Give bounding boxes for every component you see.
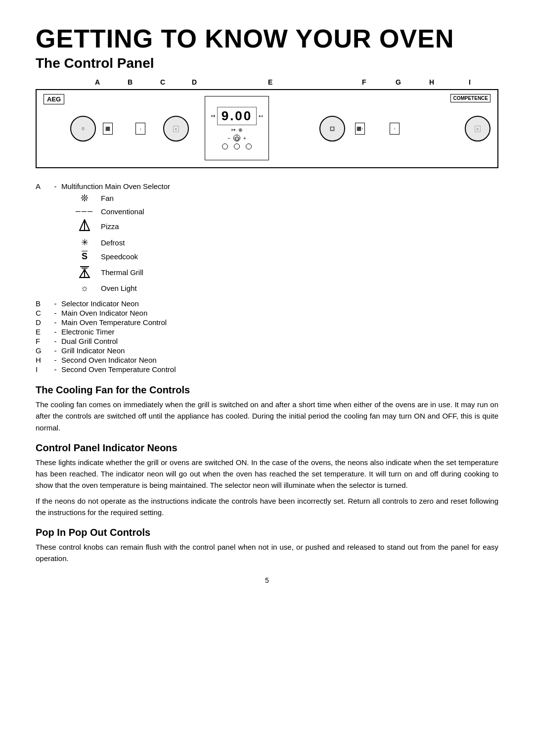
knob-F[interactable]: 🔲 bbox=[319, 116, 345, 142]
section-cooling-fan: The Cooling Fan for the Controls The coo… bbox=[36, 384, 498, 433]
knob-I[interactable]: c bbox=[465, 116, 490, 142]
panel-border: AEG COMPETENCE 0 ⬛ ↓ c ↦ 9.00 ↤ bbox=[36, 89, 498, 168]
label-H: H bbox=[429, 78, 434, 86]
conventional-icon: ——— bbox=[75, 209, 94, 214]
func-pizza: Pizza bbox=[75, 219, 498, 234]
page-number: 5 bbox=[36, 576, 498, 584]
cooling-fan-text: The cooling fan comes on immediately whe… bbox=[36, 399, 498, 433]
func-defrost: ✳ Defrost bbox=[75, 237, 498, 248]
timer-section: ↦ 9.00 ↤ ↦⊕ − ⏻ + bbox=[205, 96, 269, 160]
knob-A[interactable]: 0 bbox=[70, 116, 96, 142]
label-row-H: H - Second Oven Indicator Neon bbox=[36, 356, 498, 364]
section-subtitle: The Control Panel bbox=[36, 55, 498, 71]
section-pop-controls: Pop In Pop Out Controls These control kn… bbox=[36, 527, 498, 565]
defrost-icon: ✳ bbox=[75, 237, 94, 248]
selector-functions-list: ❊ Fan ——— Conventional Pizza ✳ Defrost S… bbox=[75, 192, 498, 293]
func-thermal-grill: Thermal Grill bbox=[75, 265, 498, 280]
thermal-grill-icon bbox=[75, 265, 94, 280]
label-row-E: E - Electronic Timer bbox=[36, 328, 498, 336]
pop-controls-text: These control knobs can remain flush wit… bbox=[36, 541, 498, 565]
label-row-C: C - Main Oven Indicator Neon bbox=[36, 309, 498, 317]
knob-D[interactable]: c bbox=[163, 116, 189, 142]
timer-display: 9.00 bbox=[217, 107, 257, 125]
indicator-neons-text-1: These lights indicate whether the grill … bbox=[36, 457, 498, 491]
indicator-G: ⬛↑ bbox=[355, 123, 365, 135]
indicator-B: ⬛ bbox=[103, 123, 113, 135]
label-E: E bbox=[268, 78, 272, 86]
label-B: B bbox=[128, 78, 133, 86]
fan-label: Fan bbox=[101, 194, 114, 202]
label-F: F bbox=[362, 78, 366, 86]
brand-label: AEG bbox=[44, 94, 64, 104]
label-D: D bbox=[192, 78, 197, 86]
control-panel-diagram: A B C D E F G H I AEG COMPETENCE 0 ⬛ ↓ c bbox=[36, 78, 498, 168]
label-A: A bbox=[95, 78, 100, 86]
label-row-G: G - Grill Indicator Neon bbox=[36, 346, 498, 355]
label-row-B: B - Selector Indicator Neon bbox=[36, 299, 498, 308]
conventional-label: Conventional bbox=[101, 207, 144, 216]
oven-light-icon: ☼ bbox=[75, 283, 94, 293]
selector-A-label: A - Multifunction Main Oven Selector bbox=[36, 182, 498, 190]
func-oven-light: ☼ Oven Light bbox=[75, 283, 498, 293]
label-row-F: F - Dual Grill Control bbox=[36, 337, 498, 345]
indicator-neons-text-2: If the neons do not operate as the instr… bbox=[36, 495, 498, 519]
speedcook-label: Speedcook bbox=[101, 252, 138, 261]
thermal-grill-label: Thermal Grill bbox=[101, 268, 143, 277]
label-G: G bbox=[396, 78, 401, 86]
pizza-icon bbox=[75, 219, 94, 234]
func-conventional: ——— Conventional bbox=[75, 207, 498, 216]
indicator-C: ↓ bbox=[135, 123, 145, 135]
label-row-D: D - Main Oven Temperature Control bbox=[36, 318, 498, 327]
defrost-label: Defrost bbox=[101, 238, 125, 247]
page-title: GETTING TO KNOW YOUR OVEN bbox=[36, 24, 498, 53]
func-fan: ❊ Fan bbox=[75, 192, 498, 204]
competence-label: COMPETENCE bbox=[450, 94, 490, 102]
fan-icon: ❊ bbox=[75, 192, 94, 204]
func-speedcook: S Speedcook bbox=[75, 251, 498, 262]
cooling-fan-heading: The Cooling Fan for the Controls bbox=[36, 384, 498, 396]
speedcook-icon: S bbox=[75, 251, 94, 262]
label-row-I: I - Second Oven Temperature Control bbox=[36, 365, 498, 374]
label-I: I bbox=[469, 78, 471, 86]
indicator-neons-heading: Control Panel Indicator Neons bbox=[36, 442, 498, 454]
section-indicator-neons: Control Panel Indicator Neons These ligh… bbox=[36, 442, 498, 518]
control-labels-list: B - Selector Indicator Neon C - Main Ove… bbox=[36, 299, 498, 374]
oven-light-label: Oven Light bbox=[101, 284, 137, 292]
label-C: C bbox=[160, 78, 165, 86]
pizza-label: Pizza bbox=[101, 222, 119, 231]
pop-controls-heading: Pop In Pop Out Controls bbox=[36, 527, 498, 538]
indicator-H: ↑ bbox=[390, 123, 400, 135]
